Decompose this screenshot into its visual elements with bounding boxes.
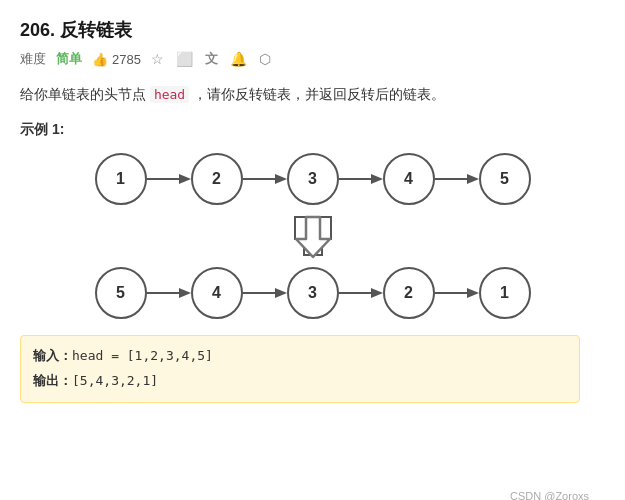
arrow-right — [435, 285, 479, 301]
arrow-right — [243, 285, 287, 301]
output-line: 输出：[5,4,3,2,1] — [33, 369, 567, 394]
list-node: 1 — [95, 153, 147, 205]
svg-marker-3 — [275, 174, 287, 184]
list-node: 1 — [479, 267, 531, 319]
copy-icon[interactable]: ⬜ — [176, 51, 193, 67]
input-output-box: 输入：head = [1,2,3,4,5] 输出：[5,4,3,2,1] — [20, 335, 580, 402]
diagram-container: 1 2 3 4 5 — [20, 153, 605, 319]
desc-text-2: ，请你反转链表，并返回反转后的链表。 — [189, 86, 445, 102]
list-after: 5 4 3 2 1 — [95, 267, 531, 319]
arrow-right — [243, 171, 287, 187]
list-node: 3 — [287, 153, 339, 205]
input-value: head = [1,2,3,4,5] — [72, 348, 213, 363]
toolbar-icons: ☆ ⬜ 文 🔔 ⬡ — [151, 50, 271, 68]
list-before: 1 2 3 4 5 — [95, 153, 531, 205]
input-label: 输入： — [33, 348, 72, 363]
list-node: 2 — [191, 153, 243, 205]
svg-marker-11 — [179, 288, 191, 298]
svg-marker-7 — [467, 174, 479, 184]
svg-marker-15 — [371, 288, 383, 298]
list-node: 5 — [479, 153, 531, 205]
translate-icon[interactable]: 文 — [205, 50, 218, 68]
difficulty-row: 难度 简单 👍 2785 ☆ ⬜ 文 🔔 ⬡ — [20, 50, 605, 68]
arrow-right — [435, 171, 479, 187]
description: 给你单链表的头节点 head ，请你反转链表，并返回反转后的链表。 — [20, 82, 605, 107]
problem-title: 206. 反转链表 — [20, 18, 132, 42]
share-icon[interactable]: ⬡ — [259, 51, 271, 67]
like-count: 2785 — [112, 52, 141, 67]
bell-icon[interactable]: 🔔 — [230, 51, 247, 67]
page-wrapper: 206. 反转链表 难度 简单 👍 2785 ☆ ⬜ 文 🔔 ⬡ 给你单链表的头… — [20, 18, 605, 500]
thumbs-up-icon: 👍 — [92, 52, 108, 67]
arrow-right — [147, 285, 191, 301]
arrow-right — [147, 171, 191, 187]
arrow-right — [339, 171, 383, 187]
output-label: 输出： — [33, 373, 72, 388]
input-line: 输入：head = [1,2,3,4,5] — [33, 344, 567, 369]
svg-marker-13 — [275, 288, 287, 298]
output-value: [5,4,3,2,1] — [72, 373, 158, 388]
list-node: 4 — [191, 267, 243, 319]
star-icon[interactable]: ☆ — [151, 51, 164, 67]
difficulty-badge: 简单 — [56, 50, 82, 68]
difficulty-label: 难度 — [20, 50, 46, 68]
example-label: 示例 1: — [20, 121, 605, 139]
down-arrow — [288, 209, 338, 263]
list-node: 2 — [383, 267, 435, 319]
title-row: 206. 反转链表 — [20, 18, 605, 42]
problem-number: 206. — [20, 20, 55, 40]
watermark: CSDN @Zoroxs — [510, 490, 589, 500]
desc-code: head — [150, 86, 189, 103]
list-node: 3 — [287, 267, 339, 319]
arrow-right — [339, 285, 383, 301]
list-node: 5 — [95, 267, 147, 319]
svg-marker-1 — [179, 174, 191, 184]
like-button[interactable]: 👍 2785 — [92, 52, 141, 67]
problem-title-text: 反转链表 — [60, 20, 132, 40]
svg-marker-17 — [467, 288, 479, 298]
svg-marker-5 — [371, 174, 383, 184]
list-node: 4 — [383, 153, 435, 205]
desc-text-1: 给你单链表的头节点 — [20, 86, 150, 102]
